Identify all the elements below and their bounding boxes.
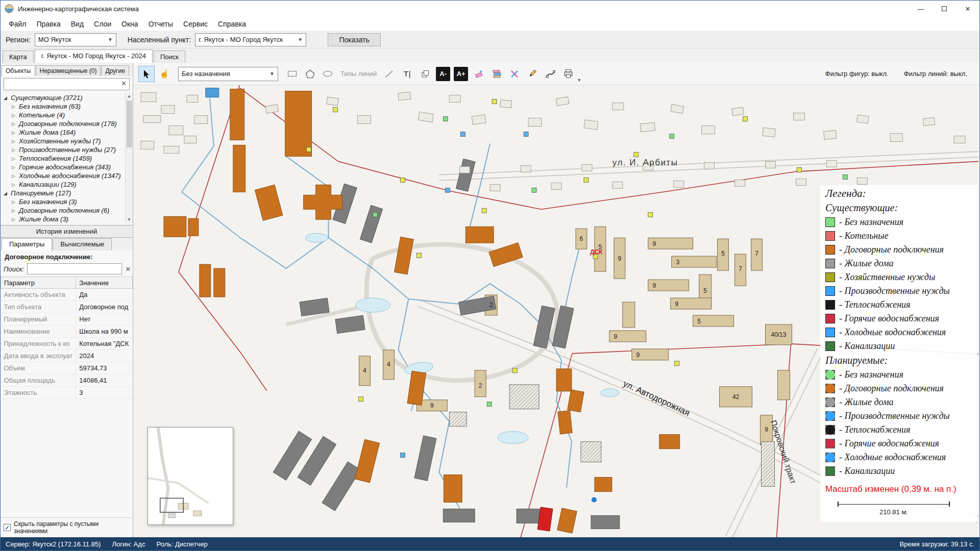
eraser-tool-button[interactable] bbox=[471, 66, 487, 82]
tree-item[interactable]: ▷Теплоснабжения (1459) bbox=[4, 154, 124, 163]
doc-tab[interactable]: г. Якутск - МО Город Якутск - 2024 bbox=[35, 49, 153, 63]
menu-item[interactable]: Справка bbox=[213, 18, 251, 30]
scroll-up-icon[interactable]: ▲ bbox=[126, 92, 133, 99]
close-button[interactable]: ✕ bbox=[956, 1, 979, 17]
tree-item[interactable]: ▷Холодные водоснабжения (1347) bbox=[4, 171, 124, 180]
route-tool-button[interactable] bbox=[542, 66, 558, 82]
clear-params-search-icon[interactable]: ✕ bbox=[125, 265, 131, 273]
menu-item[interactable]: Окна bbox=[116, 18, 143, 30]
font-decrease-button[interactable]: A- bbox=[436, 67, 450, 81]
delete-style-button[interactable] bbox=[506, 66, 523, 82]
tree-item[interactable]: ▷Договорные подключения (178) bbox=[4, 119, 124, 128]
map-selection-dot[interactable] bbox=[591, 497, 597, 503]
param-row[interactable]: Активность объектаДа bbox=[1, 289, 133, 301]
scroll-thumb[interactable] bbox=[127, 101, 132, 147]
param-value: 59734,73 bbox=[76, 362, 133, 374]
objects-search-input[interactable] bbox=[4, 78, 130, 90]
tree-item[interactable]: ▷Канализации (129) bbox=[4, 180, 124, 189]
tree-item[interactable]: ▷Без назначения (63) bbox=[4, 102, 124, 111]
print-options-chevron-icon[interactable]: ▾ bbox=[578, 77, 580, 85]
menu-item[interactable]: Правка bbox=[31, 18, 65, 30]
tree-item[interactable]: ▷Горячие водоснабжения (343) bbox=[4, 163, 124, 171]
layers-style-button[interactable] bbox=[488, 66, 505, 82]
collapsed-icon[interactable]: ▷ bbox=[12, 173, 19, 179]
text-tool-button[interactable]: T| bbox=[399, 66, 415, 82]
menu-item[interactable]: Вид bbox=[66, 18, 89, 30]
map-view[interactable]: ул. И. Арбиты ул. Автодорожная Покровски… bbox=[133, 85, 979, 537]
tree-item[interactable]: ▷Жилые дома (3) bbox=[4, 215, 124, 223]
param-row[interactable]: Принадлежность к коКотельная "ДСК bbox=[1, 338, 133, 350]
hide-empty-checkbox[interactable]: ✓ bbox=[4, 524, 11, 531]
collapsed-icon[interactable]: ▷ bbox=[12, 208, 19, 213]
collapsed-icon[interactable]: ▷ bbox=[12, 104, 19, 109]
building-number: 9 bbox=[636, 352, 640, 359]
param-value: Да bbox=[76, 289, 133, 301]
overview-minimap[interactable] bbox=[148, 427, 233, 525]
menu-item[interactable]: Слои bbox=[89, 18, 116, 30]
draw-rectangle-button[interactable] bbox=[284, 66, 300, 82]
tree-item[interactable]: ▷Котельные (4) bbox=[4, 111, 124, 119]
menu-item[interactable]: Файл bbox=[4, 18, 31, 30]
expanded-icon[interactable]: ◢ bbox=[4, 95, 11, 101]
region-select[interactable]: МО Якутск ▼ bbox=[35, 33, 116, 46]
params-tab[interactable]: Параметры bbox=[2, 238, 52, 251]
param-row[interactable]: ПланируемыйНет bbox=[1, 313, 133, 325]
params-tab[interactable]: Вычисляемые bbox=[53, 238, 112, 251]
tree-item[interactable]: ▷Без назначения (3) bbox=[4, 197, 124, 206]
tree-item[interactable]: ▷Производственные нужды (27) bbox=[4, 145, 124, 154]
minimize-button[interactable]: — bbox=[909, 1, 933, 17]
objects-panel-tab[interactable]: Неразмещенные (0) bbox=[36, 65, 101, 76]
doc-tab[interactable]: Карта bbox=[3, 51, 34, 63]
collapsed-icon[interactable]: ▷ bbox=[12, 165, 19, 170]
param-row[interactable]: Объем59734,73 bbox=[1, 362, 133, 374]
pan-tool-button[interactable]: ☝ bbox=[156, 66, 173, 82]
copy-tool-button[interactable] bbox=[417, 66, 433, 82]
assignment-select[interactable]: Без назначения ▼ bbox=[178, 67, 278, 81]
param-row[interactable]: НаименованиеШкола на 990 м bbox=[1, 325, 133, 338]
collapsed-icon[interactable]: ▷ bbox=[12, 139, 19, 144]
params-search-input[interactable] bbox=[27, 263, 122, 274]
font-increase-button[interactable]: A+ bbox=[454, 67, 468, 81]
objects-panel-tab[interactable]: Объекты bbox=[2, 65, 35, 76]
tree-item[interactable]: ◢Существующие (3721) bbox=[4, 93, 124, 102]
tree-item[interactable]: ▷Хозяйственные нужды (7) bbox=[4, 137, 124, 145]
collapsed-icon[interactable]: ▷ bbox=[12, 113, 19, 118]
maximize-button[interactable] bbox=[933, 1, 956, 17]
tree-scrollbar[interactable]: ▲ ▼ bbox=[125, 92, 133, 223]
draw-ellipse-button[interactable] bbox=[320, 66, 336, 82]
collapsed-icon[interactable]: ▷ bbox=[12, 199, 19, 205]
print-button[interactable] bbox=[560, 66, 576, 82]
param-row[interactable]: Дата ввода в эксплуат2024 bbox=[1, 350, 133, 362]
clear-search-icon[interactable]: ✕ bbox=[121, 80, 127, 87]
objects-panel-tab[interactable]: Другие bbox=[101, 65, 129, 76]
collapsed-icon[interactable]: ▷ bbox=[12, 156, 19, 161]
history-tab[interactable]: История изменений bbox=[1, 225, 133, 238]
measure-tool-button[interactable] bbox=[524, 66, 541, 82]
map-buildings-residential[interactable] bbox=[359, 227, 792, 444]
collapsed-icon[interactable]: ▷ bbox=[12, 182, 19, 187]
collapsed-icon[interactable]: ▷ bbox=[12, 147, 19, 153]
draw-polygon-button[interactable] bbox=[302, 66, 318, 82]
param-row[interactable]: Тип объектаДоговорное под bbox=[1, 301, 133, 313]
param-row[interactable]: Общая площадь14086,41 bbox=[1, 374, 133, 387]
collapsed-icon[interactable]: ▷ bbox=[12, 121, 19, 127]
tree-item-label: Без назначения (63) bbox=[19, 103, 81, 110]
tree-item[interactable]: ▷Договорные подключения (6) bbox=[4, 206, 124, 215]
draw-line-button[interactable] bbox=[381, 66, 398, 82]
select-tool-button[interactable] bbox=[138, 66, 155, 82]
settlement-select[interactable]: г. Якутск - МО Город Якутск ▼ bbox=[195, 33, 306, 46]
doc-tab[interactable]: Поиск bbox=[154, 51, 185, 63]
params-col-name[interactable]: Параметр bbox=[1, 277, 76, 289]
map-selected-building[interactable] bbox=[206, 88, 219, 97]
params-col-value[interactable]: Значение bbox=[76, 277, 133, 289]
expanded-icon[interactable]: ◢ bbox=[4, 191, 11, 196]
menu-item[interactable]: Сервис bbox=[178, 18, 213, 30]
param-row[interactable]: Этажность3 bbox=[1, 387, 133, 399]
tree-item[interactable]: ▷Жилые дома (164) bbox=[4, 128, 124, 137]
scroll-down-icon[interactable]: ▼ bbox=[126, 216, 133, 223]
tree-item[interactable]: ◢Планируемые (127) bbox=[4, 189, 124, 197]
collapsed-icon[interactable]: ▷ bbox=[12, 217, 19, 222]
show-button[interactable]: Показать bbox=[328, 33, 381, 46]
collapsed-icon[interactable]: ▷ bbox=[12, 130, 19, 135]
menu-item[interactable]: Отчеты bbox=[143, 18, 178, 30]
